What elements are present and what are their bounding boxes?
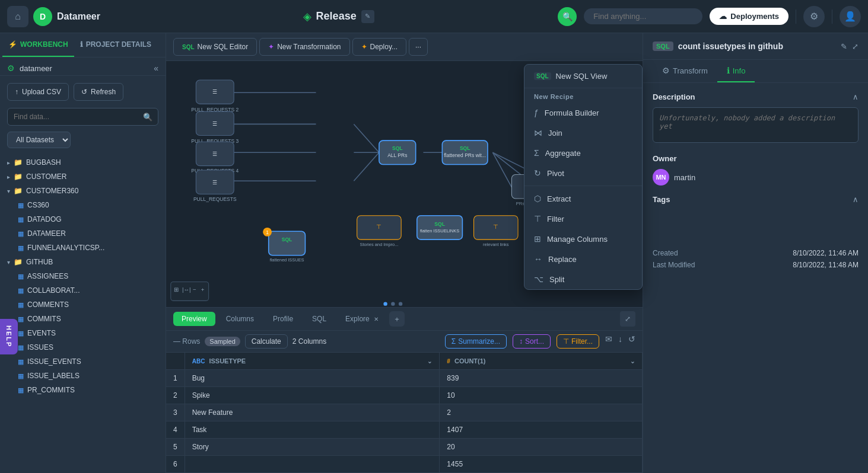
- issuetype-cell: New Feature: [185, 404, 440, 421]
- filter-item[interactable]: ⊤ Filter: [524, 209, 642, 229]
- tree-item-events[interactable]: ▦ EVENTS: [0, 326, 166, 340]
- sampled-badge: Sampled: [205, 337, 240, 346]
- tab-info[interactable]: ℹ Info: [717, 60, 755, 82]
- more-options-button[interactable]: ···: [409, 38, 428, 56]
- issuetype-column-header[interactable]: ABC ISSUETYPE ⌄: [185, 353, 440, 370]
- tree-item-datameer[interactable]: ▦ DATAMEER: [0, 226, 166, 241]
- svg-text:⊤: ⊤: [493, 223, 498, 230]
- tree-item-comments[interactable]: ▦ COMMENTS: [0, 298, 166, 312]
- tree-item-collaborat---[interactable]: ▦ COLLABORAT...: [0, 283, 166, 298]
- count-cell: 2: [440, 404, 643, 421]
- extract-item[interactable]: ⬡ Extract: [524, 188, 642, 209]
- preview-label: Preview: [182, 315, 207, 323]
- sort-button[interactable]: ↕ Sort...: [513, 334, 551, 349]
- formula-builder-item[interactable]: ƒ Formula Builder: [524, 103, 642, 123]
- replace-item[interactable]: ↔ Replace: [524, 249, 642, 269]
- profile-label: Profile: [273, 315, 293, 323]
- split-item[interactable]: ⌥ Split: [524, 269, 642, 289]
- tree-item-pr-commits[interactable]: ▦ PR_COMMITS: [0, 383, 166, 397]
- pivot-icon: ↻: [534, 168, 541, 178]
- summarize-button[interactable]: Σ Summarize...: [445, 334, 507, 349]
- transform-icon: ✦: [268, 43, 274, 51]
- pivot-item[interactable]: ↻ Pivot: [524, 163, 642, 183]
- refresh-icon: ↺: [81, 88, 87, 96]
- collapse-sidebar-button[interactable]: «: [154, 63, 158, 73]
- tree-item-customer360[interactable]: ▾ 📁 CUSTOMER360: [0, 184, 166, 198]
- global-search[interactable]: [584, 8, 702, 24]
- deployments-button[interactable]: ☁ Deployments: [710, 8, 788, 25]
- new-sql-editor-button[interactable]: SQL New SQL Editor: [173, 38, 257, 56]
- search-input[interactable]: [593, 12, 676, 21]
- refresh-data-icon[interactable]: ↺: [628, 334, 635, 349]
- svg-point-59: [399, 302, 402, 305]
- count-column-header[interactable]: # COUNT(1) ⌄: [440, 353, 643, 370]
- tab-profile[interactable]: Profile: [265, 312, 301, 326]
- help-button[interactable]: HELP: [0, 319, 18, 354]
- tree-item-issue-events[interactable]: ▦ ISSUE_EVENTS: [0, 354, 166, 369]
- tab-workbench[interactable]: ⚡ WORKBENCH: [2, 33, 74, 57]
- tree-item-cs360[interactable]: ▦ CS360: [0, 198, 166, 212]
- tab-preview[interactable]: Preview: [173, 312, 215, 326]
- tree-item-github[interactable]: ▾ 📁 GITHUB: [0, 255, 166, 269]
- user-button[interactable]: 👤: [840, 6, 861, 27]
- description-textarea[interactable]: [653, 107, 859, 143]
- sidebar-tabs: ⚡ WORKBENCH ℹ PROJECT DETAILS: [0, 33, 166, 57]
- refresh-button[interactable]: ↺ Refresh: [74, 83, 123, 101]
- svg-text:PULL_REQUESTS: PULL_REQUESTS: [193, 196, 237, 202]
- row-num-header: [166, 353, 185, 370]
- replace-icon: ↔: [534, 254, 542, 264]
- manage-columns-item[interactable]: ⊞ Manage Columns: [524, 229, 642, 249]
- dataset-filter-wrap: All Datasets: [0, 132, 166, 153]
- add-tab-button[interactable]: +: [389, 311, 405, 327]
- edit-title-button[interactable]: ✎: [361, 10, 374, 23]
- tree-item-customer[interactable]: ▸ 📁 CUSTOMER: [0, 170, 166, 184]
- calculate-button[interactable]: Calculate: [245, 334, 288, 349]
- description-toggle[interactable]: ∧: [853, 92, 859, 101]
- count-sort[interactable]: ⌄: [630, 358, 635, 365]
- tree-item-assignees[interactable]: ▦ ASSIGNEES: [0, 269, 166, 283]
- deploy-button[interactable]: ✦ Deploy...: [352, 38, 406, 56]
- join-item[interactable]: ⋈ Join: [524, 123, 642, 143]
- dataset-filter-select[interactable]: All Datasets: [7, 132, 71, 148]
- home-button[interactable]: ⌂: [7, 6, 28, 27]
- settings-button[interactable]: ⚙: [803, 6, 825, 27]
- tree-item-funnelanalyticsp---[interactable]: ▦ FUNNELANALYTICSP...: [0, 241, 166, 255]
- right-panel: SQL count issuetypes in github ✎ ⤢ ⚙ Tra…: [643, 33, 868, 473]
- left-sidebar: ⚡ WORKBENCH ℹ PROJECT DETAILS ⚙ datameer…: [0, 33, 166, 473]
- transform-tab-icon: ⚙: [662, 66, 670, 75]
- tree-item-bugbash[interactable]: ▸ 📁 BUGBASH: [0, 155, 166, 170]
- sql-icon: SQL: [182, 44, 195, 50]
- sort-icon: ↕: [519, 337, 523, 346]
- tags-toggle[interactable]: ∧: [853, 195, 859, 204]
- tab-columns[interactable]: Columns: [218, 312, 262, 326]
- find-data-input[interactable]: [7, 108, 158, 126]
- new-sql-view-item[interactable]: SQL New SQL View: [524, 65, 642, 88]
- folder-chevron: ▾: [7, 259, 10, 266]
- tree-item-label: DATAMEER: [27, 229, 66, 238]
- expand-panel-button[interactable]: ⤢: [620, 311, 635, 327]
- issuetype-sort[interactable]: ⌄: [427, 358, 432, 365]
- close-explore-icon[interactable]: ✕: [374, 316, 379, 322]
- edit-title-icon[interactable]: ✎: [841, 42, 847, 51]
- modified-value: 8/10/2022, 11:48 AM: [793, 261, 859, 269]
- tree-item-issues[interactable]: ▦ ISSUES: [0, 340, 166, 354]
- tree-item-datadog[interactable]: ▦ DATADOG: [0, 212, 166, 226]
- filter-button[interactable]: ⊤ Filter...: [557, 334, 599, 349]
- tree-item-label: FUNNELANALYTICSP...: [27, 244, 104, 252]
- download-icon[interactable]: ↓: [618, 334, 622, 349]
- tree-item-issue-labels[interactable]: ▦ ISSUE_LABELS: [0, 369, 166, 383]
- email-icon[interactable]: ✉: [605, 334, 612, 349]
- bottom-tabs: Preview Columns Profile SQL Explore ✕ + …: [166, 308, 643, 331]
- logo-icon: D: [33, 7, 52, 26]
- data-toolbar: — Rows Sampled Calculate 2 Columns Σ Sum…: [166, 331, 643, 353]
- tree-item-commits[interactable]: ▦ COMMITS: [0, 312, 166, 326]
- tree-item-label: CUSTOMER: [26, 172, 66, 181]
- upload-csv-button[interactable]: ↑ Upload CSV: [7, 83, 69, 101]
- tab-explore[interactable]: Explore ✕: [337, 312, 387, 326]
- external-link-icon[interactable]: ⤢: [852, 42, 859, 51]
- new-transformation-button[interactable]: ✦ New Transformation: [259, 38, 349, 56]
- tab-project-details[interactable]: ℹ PROJECT DETAILS: [74, 33, 157, 57]
- tab-sql[interactable]: SQL: [304, 312, 335, 326]
- aggregate-item[interactable]: Σ Aggregate: [524, 143, 642, 163]
- tab-transform[interactable]: ⚙ Transform: [653, 60, 717, 82]
